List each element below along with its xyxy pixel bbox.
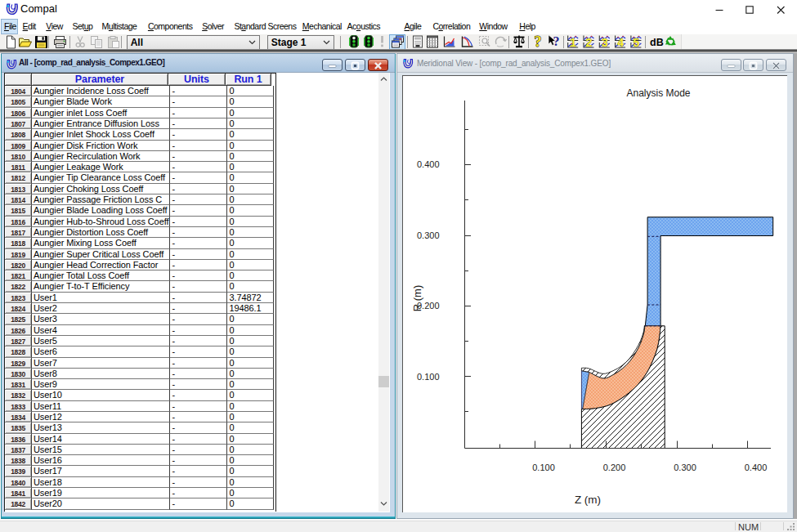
svg-text:Z (m): Z (m): [575, 494, 601, 506]
svg-text:0.100: 0.100: [417, 372, 440, 382]
svg-text:2: 2: [586, 36, 593, 49]
svg-text:R (m): R (m): [411, 285, 423, 312]
svg-text:0.400: 0.400: [745, 463, 768, 472]
svg-text:5: 5: [634, 36, 640, 49]
svg-text:0.100: 0.100: [532, 463, 555, 472]
svg-text:1: 1: [570, 36, 576, 49]
svg-text:?: ?: [535, 34, 542, 50]
svg-text:4: 4: [617, 36, 624, 49]
svg-text:Analysis Mode: Analysis Mode: [626, 87, 690, 99]
svg-text:0.300: 0.300: [674, 463, 696, 472]
svg-text:dB: dB: [650, 37, 664, 48]
svg-text:0.200: 0.200: [603, 463, 626, 472]
svg-text:3: 3: [602, 36, 608, 49]
svg-text:0.400: 0.400: [417, 159, 440, 169]
svg-text:0.300: 0.300: [417, 230, 440, 240]
